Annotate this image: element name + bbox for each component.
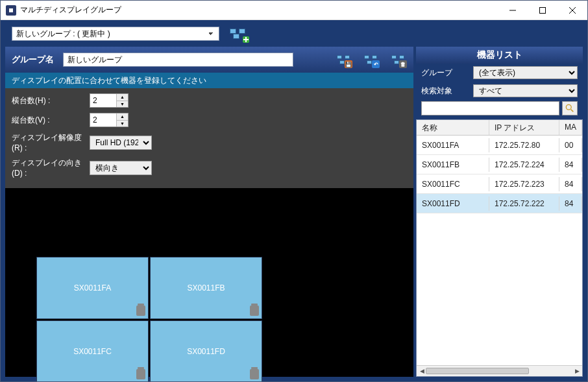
cell-name: SX0011FD: [417, 197, 489, 211]
trash-icon[interactable]: [136, 369, 145, 379]
trash-icon[interactable]: [250, 305, 259, 316]
rows-up-button[interactable]: ▲: [117, 113, 128, 121]
cell-mac: 00: [559, 138, 582, 152]
svg-line-5: [571, 110, 574, 112]
table-header: 名称 IP アドレス MA: [417, 120, 582, 136]
window-titlebar: マルチディスプレイグループ: [1, 1, 587, 20]
window-maximize-button[interactable]: [528, 1, 557, 20]
trash-icon: 🗑: [399, 60, 407, 68]
group-select[interactable]: 新しいグループ : ( 更新中 ): [12, 27, 219, 41]
cell-name: SX0011FB: [417, 158, 489, 172]
display-tile-label: SX0011FB: [187, 283, 225, 292]
cols-label: 横台数(H) :: [12, 95, 90, 106]
search-target-label: 検索対象: [421, 86, 468, 97]
save-group-button[interactable]: 💾: [334, 51, 352, 68]
cell-ip: 172.25.72.222: [489, 197, 559, 211]
search-input[interactable]: [421, 101, 559, 115]
resolution-label: ディスプレイ解像度(R) :: [12, 132, 90, 152]
window-minimize-button[interactable]: [498, 1, 528, 20]
table-row[interactable]: SX0011FA172.25.72.8000: [417, 136, 582, 155]
table-header-name[interactable]: 名称: [417, 120, 489, 135]
add-group-button[interactable]: [227, 26, 248, 42]
horizontal-scrollbar[interactable]: [417, 365, 582, 376]
plus-icon: [243, 36, 249, 43]
undo-group-button[interactable]: ↶: [361, 51, 380, 68]
search-target-select[interactable]: すべて: [473, 84, 578, 97]
display-tile[interactable]: SX0011FD: [150, 320, 262, 382]
orientation-select[interactable]: 横向き: [90, 161, 152, 175]
cell-ip: 172.25.72.223: [489, 177, 559, 191]
device-list-title: 機器リスト: [416, 47, 583, 64]
delete-group-button[interactable]: 🗑: [389, 51, 407, 68]
search-icon: [565, 104, 574, 113]
rows-input[interactable]: [90, 113, 116, 126]
group-name-label: グループ名: [12, 54, 54, 66]
display-layout-canvas[interactable]: SX0011FA SX0011FB SX0011FC: [5, 188, 413, 377]
display-tile[interactable]: SX0011FC: [36, 320, 149, 382]
table-row[interactable]: SX0011FD172.25.72.22284: [417, 194, 582, 213]
display-tile[interactable]: SX0011FA: [36, 257, 149, 319]
trash-icon[interactable]: [136, 305, 145, 316]
display-tile-label: SX0011FC: [73, 347, 112, 356]
window-close-button[interactable]: [557, 1, 587, 20]
rows-down-button[interactable]: ▼: [117, 121, 128, 127]
undo-icon: ↶: [372, 60, 380, 68]
trash-icon[interactable]: [250, 369, 259, 379]
cols-up-button[interactable]: ▲: [117, 94, 128, 101]
display-tile[interactable]: SX0011FB: [150, 257, 262, 319]
table-row[interactable]: SX0011FB172.25.72.22484: [417, 155, 582, 174]
cell-mac: 84: [559, 158, 582, 172]
device-table: 名称 IP アドレス MA SX0011FA172.25.72.8000SX00…: [416, 119, 583, 377]
display-tile-label: SX0011FD: [187, 347, 225, 356]
cols-down-button[interactable]: ▼: [117, 101, 128, 108]
cell-name: SX0011FC: [417, 177, 489, 191]
cols-input[interactable]: [90, 94, 116, 107]
app-icon: [6, 5, 16, 16]
group-filter-select[interactable]: (全て表示): [473, 66, 578, 79]
cols-spinner[interactable]: ▲▼: [90, 93, 129, 108]
cell-mac: 84: [559, 197, 582, 211]
table-header-ip[interactable]: IP アドレス: [489, 120, 559, 135]
orientation-label: ディスプレイの向き(D) :: [12, 158, 90, 178]
group-name-input[interactable]: [63, 53, 293, 67]
instruction-text: ディスプレイの配置に合わせて機器を登録してください: [5, 73, 413, 88]
cell-ip: 172.25.72.80: [489, 138, 559, 152]
rows-label: 縦台数(V) :: [12, 115, 90, 126]
window-title: マルチディスプレイグループ: [20, 5, 121, 16]
table-row[interactable]: SX0011FC172.25.72.22384: [417, 174, 582, 194]
search-button[interactable]: [562, 101, 578, 115]
svg-rect-1: [540, 7, 546, 13]
save-icon: 💾: [345, 60, 352, 68]
cell-name: SX0011FA: [417, 138, 489, 152]
display-tile-label: SX0011FA: [74, 283, 111, 292]
cell-ip: 172.25.72.224: [489, 158, 559, 172]
svg-point-4: [566, 104, 571, 110]
scrollbar-thumb[interactable]: [426, 368, 529, 374]
rows-spinner[interactable]: ▲▼: [90, 113, 129, 127]
cell-mac: 84: [559, 177, 582, 191]
group-filter-label: グループ: [421, 67, 468, 78]
resolution-select[interactable]: Full HD (1920x1080): [90, 136, 152, 150]
table-header-mac[interactable]: MA: [559, 120, 582, 135]
